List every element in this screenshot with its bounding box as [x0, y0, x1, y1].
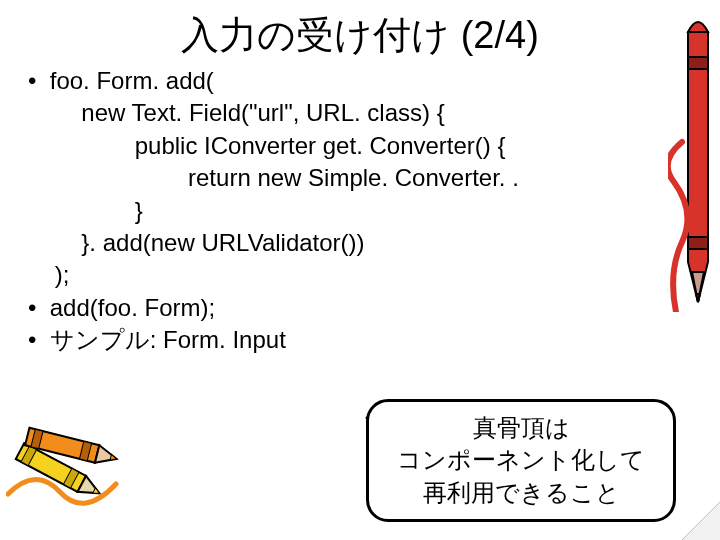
slide: 入力の受け付け (2/4) foo. Form. add( new Text. … [0, 10, 720, 540]
code-line: }. add(new URLValidator()) [28, 227, 720, 259]
code-line: } [28, 195, 720, 227]
code-line: public IConverter get. Converter() { [28, 130, 720, 162]
callout-line: 真骨頂は [381, 412, 661, 444]
crayon-red-icon [668, 12, 720, 316]
callout-line: コンポーネント化して [381, 444, 661, 476]
page-curl-icon [676, 502, 720, 540]
svg-rect-1 [688, 237, 708, 249]
bullet-2: add(foo. Form); [28, 292, 720, 324]
crayons-bottom-icon [6, 396, 136, 510]
bullet-1: foo. Form. add( [28, 65, 720, 97]
svg-rect-0 [688, 57, 708, 69]
code-line: ); [28, 259, 720, 291]
slide-title: 入力の受け付け (2/4) [0, 10, 720, 61]
code-line: return new Simple. Converter. . [28, 162, 720, 194]
callout-bubble: 真骨頂は コンポーネント化して 再利用できること [366, 399, 676, 522]
slide-body: foo. Form. add( new Text. Field("url", U… [28, 65, 720, 357]
bullet-3: サンプル: Form. Input [28, 324, 720, 356]
callout-line: 再利用できること [381, 477, 661, 509]
code-line: new Text. Field("url", URL. class) { [28, 97, 720, 129]
